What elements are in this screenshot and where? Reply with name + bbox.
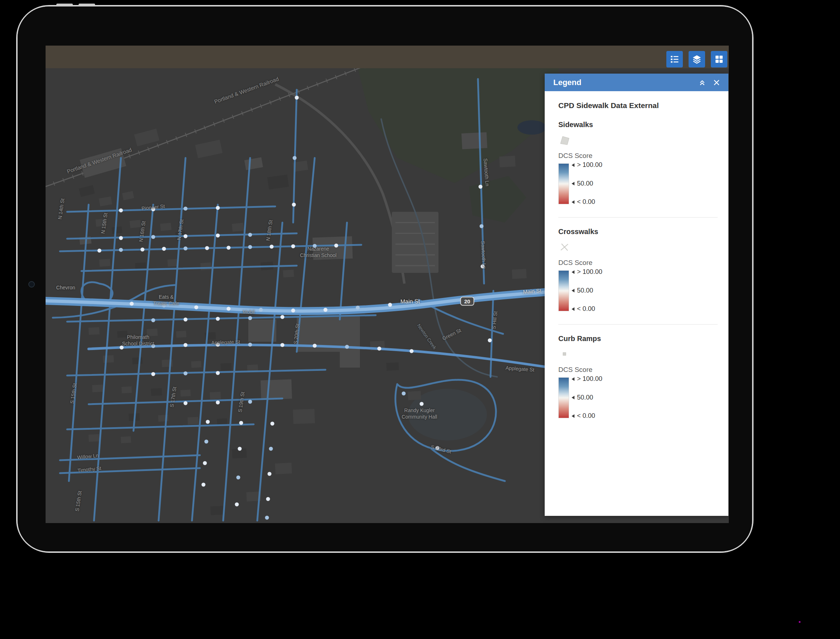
collapse-panel-button[interactable]	[697, 77, 708, 88]
polygon-swatch-icon	[558, 134, 718, 146]
volume-button	[79, 3, 95, 6]
section-divider	[558, 217, 718, 218]
double-chevron-up-icon	[698, 79, 706, 86]
ramp-stop-label: 50.00	[577, 287, 593, 294]
legend-panel-body: CPD Sidewalk Data External Sidewalks DCS…	[545, 91, 728, 516]
score-label: DCS Score	[558, 152, 718, 160]
legend-section-sidewalks: Sidewalks DCS Score > 100.00 50.00	[558, 121, 718, 204]
vegetation-area	[469, 176, 526, 223]
legend-section-crosswalks: Crosswalks DCS Score > 100.00 50.00	[558, 227, 718, 311]
app-screen: 20 Portland & Western RailroadPortland &…	[46, 46, 729, 523]
ramp-stop-label: > 100.00	[577, 375, 602, 383]
layer-title: CPD Sidewalk Data External	[558, 101, 718, 110]
close-icon	[713, 79, 721, 86]
app-header-bar	[46, 46, 729, 68]
ramp-stop-label: > 100.00	[577, 268, 602, 276]
color-ramp-bar	[558, 270, 569, 311]
close-panel-button[interactable]	[711, 77, 722, 88]
screen-artifact-dot	[799, 621, 800, 623]
ramp-marker-icon	[572, 270, 574, 274]
ramp-marker-icon	[572, 396, 574, 399]
score-label: DCS Score	[558, 366, 718, 374]
color-ramp-bar	[558, 163, 569, 204]
color-ramp: > 100.00 50.00 < 0.00	[558, 163, 718, 204]
ramp-marker-icon	[572, 200, 574, 204]
ramp-marker-icon	[572, 289, 574, 292]
map-toolbar	[666, 51, 727, 67]
section-title: Sidewalks	[558, 121, 718, 129]
section-divider	[558, 324, 718, 324]
volume-button	[56, 3, 73, 6]
photo-stage: 20 Portland & Western RailroadPortland &…	[0, 0, 840, 639]
ramp-stop-label: < 0.00	[577, 412, 595, 420]
ramp-stop-label: < 0.00	[577, 198, 595, 206]
score-label: DCS Score	[558, 259, 718, 267]
color-ramp-bar	[558, 377, 569, 418]
legend-list-icon	[670, 54, 680, 64]
layers-icon	[692, 54, 702, 64]
ramp-marker-icon	[572, 182, 574, 185]
tablet-device: 20 Portland & Western RailroadPortland &…	[16, 5, 753, 553]
ramp-marker-icon	[572, 163, 574, 167]
ramp-stop-label: > 100.00	[577, 161, 602, 169]
color-ramp: > 100.00 50.00 < 0.00	[558, 270, 718, 311]
legend-panel: Legend CPD Sidewalk Data Exter	[545, 73, 728, 516]
main-street-highway	[46, 290, 584, 311]
pond	[517, 120, 546, 135]
legend-section-curb-ramps: Curb Ramps DCS Score > 100.00 50.00	[558, 335, 718, 418]
color-ramp: > 100.00 50.00 < 0.00	[558, 377, 718, 418]
layers-button[interactable]	[689, 51, 705, 67]
point-swatch-icon	[558, 348, 718, 360]
ramp-marker-icon	[572, 377, 574, 381]
legend-list-button[interactable]	[666, 51, 683, 67]
legend-panel-title: Legend	[553, 78, 693, 87]
ramp-stop-label: 50.00	[577, 394, 593, 401]
basemap-grid-icon	[714, 54, 724, 64]
front-camera	[29, 281, 35, 288]
section-title: Curb Ramps	[558, 335, 718, 343]
basemap-grid-button[interactable]	[711, 51, 727, 67]
legend-panel-header[interactable]: Legend	[545, 73, 728, 91]
ramp-marker-icon	[572, 414, 574, 418]
section-title: Crosswalks	[558, 227, 718, 236]
cross-lines-swatch-icon	[558, 241, 718, 253]
ramp-stop-label: < 0.00	[577, 305, 595, 313]
parking-lot	[392, 212, 439, 273]
ramp-marker-icon	[572, 307, 574, 311]
ramp-stop-label: 50.00	[577, 180, 593, 188]
